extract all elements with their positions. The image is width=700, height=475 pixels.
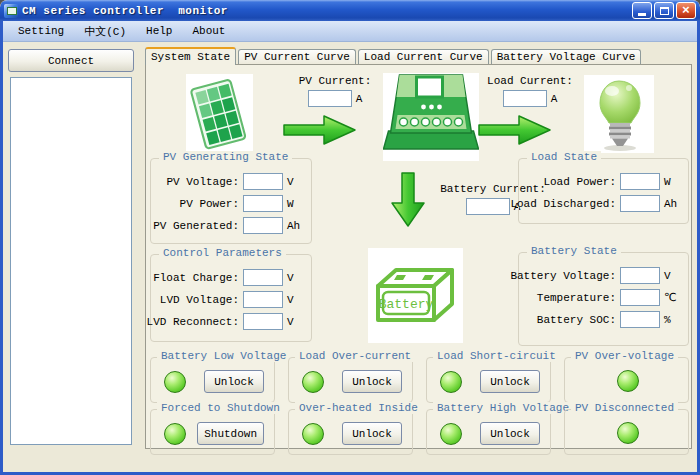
tab-pv-current-curve[interactable]: PV Current Curve: [238, 49, 356, 65]
tab-strip: System State PV Current Curve Load Curre…: [145, 47, 641, 65]
status-row-2: Forced to Shutdown Shutdown Over-heated …: [150, 409, 689, 455]
pv-generated-label: PV Generated:: [153, 220, 239, 232]
unlock-load-over-current-button[interactable]: Unlock: [342, 370, 402, 393]
menu-help[interactable]: Help: [137, 23, 181, 39]
shutdown-button[interactable]: Shutdown: [197, 422, 264, 445]
load-power-unit: W: [664, 176, 682, 188]
window-frame: Setting 中文(C) Help About Connect System …: [0, 21, 700, 475]
window-controls: ×: [632, 2, 696, 19]
app-icon: [4, 4, 18, 18]
connect-button[interactable]: Connect: [8, 49, 134, 72]
battery-current-field[interactable]: [466, 198, 510, 215]
float-charge-label: Float Charge:: [153, 272, 239, 284]
lvd-voltage-field[interactable]: [243, 291, 283, 308]
load-current-unit: A: [551, 93, 558, 105]
load-power-row: Load Power: W: [523, 173, 682, 190]
client-area: Connect System State PV Current Curve Lo…: [3, 43, 697, 451]
status-pv-over-voltage-title: PV Over-voltage: [571, 350, 678, 362]
load-current-label: Load Current:: [487, 75, 573, 87]
load-state-title: Load State: [527, 151, 601, 163]
system-state-panel: PV Current: A: [145, 64, 692, 449]
battery-icon-label: Battery: [379, 297, 434, 312]
controller-icon: [383, 73, 479, 161]
lvd-reconnect-field[interactable]: [243, 313, 283, 330]
pv-current-unit: A: [356, 93, 363, 105]
float-charge-field[interactable]: [243, 269, 283, 286]
maximize-icon: [660, 7, 669, 15]
tab-load-current-curve[interactable]: Load Current Curve: [358, 49, 489, 65]
pv-generating-state-title: PV Generating State: [159, 151, 292, 163]
lvd-reconnect-row: LVD Reconnect: V: [155, 313, 305, 330]
unlock-battery-high-voltage-button[interactable]: Unlock: [480, 422, 540, 445]
battery-voltage-label: Battery Voltage:: [510, 270, 616, 282]
pv-power-label: PV Power:: [180, 198, 239, 210]
float-charge-row: Float Charge: V: [155, 269, 305, 286]
status-over-heated-inside: Over-heated Inside Unlock: [288, 409, 413, 455]
status-over-heated-inside-title: Over-heated Inside: [295, 402, 422, 414]
load-current-field[interactable]: [503, 90, 547, 107]
unlock-over-heated-button[interactable]: Unlock: [342, 422, 402, 445]
lvd-voltage-unit: V: [287, 294, 305, 306]
arrow-right-pv-icon: [282, 112, 358, 148]
battery-soc-field[interactable]: [620, 311, 660, 328]
battery-soc-row: Battery SOC: %: [523, 311, 682, 328]
pv-current-field[interactable]: [308, 90, 352, 107]
status-row-1: Battery Low Voltage Unlock Load Over-cur…: [150, 357, 689, 403]
battery-icon: Battery: [368, 248, 463, 343]
unlock-battery-low-voltage-button[interactable]: Unlock: [204, 370, 264, 393]
battery-soc-label: Battery SOC:: [537, 314, 616, 326]
control-parameters-title: Control Parameters: [159, 247, 286, 259]
status-battery-low-voltage: Battery Low Voltage Unlock: [150, 357, 275, 403]
status-load-short-circuit-title: Load Short-circuit: [433, 350, 560, 362]
pv-voltage-label: PV Voltage:: [166, 176, 239, 188]
pv-current-label: PV Current:: [299, 75, 372, 87]
menu-language[interactable]: 中文(C): [75, 22, 135, 41]
temperature-row: Temperature: ℃: [523, 289, 682, 306]
lvd-reconnect-unit: V: [287, 316, 305, 328]
load-discharged-unit: Ah: [664, 198, 682, 210]
pv-generated-field[interactable]: [243, 217, 283, 234]
status-battery-low-voltage-title: Battery Low Voltage: [157, 350, 290, 362]
menu-about[interactable]: About: [183, 23, 234, 39]
lvd-voltage-row: LVD Voltage: V: [155, 291, 305, 308]
titlebar[interactable]: CM series controller monitor ×: [0, 0, 700, 21]
window-title: CM series controller monitor: [22, 5, 228, 17]
menu-setting[interactable]: Setting: [9, 23, 73, 39]
pv-power-field[interactable]: [243, 195, 283, 212]
load-current-block: Load Current: A: [474, 75, 586, 107]
pv-voltage-field[interactable]: [243, 173, 283, 190]
status-load-short-circuit: Load Short-circuit Unlock: [426, 357, 551, 403]
load-discharged-field[interactable]: [620, 195, 660, 212]
float-charge-unit: V: [287, 272, 305, 284]
led-indicator: [164, 371, 186, 393]
unlock-load-short-circuit-button[interactable]: Unlock: [480, 370, 540, 393]
battery-voltage-field[interactable]: [620, 267, 660, 284]
app-window: CM series controller monitor × Setting 中…: [0, 0, 700, 475]
led-indicator: [440, 371, 462, 393]
temperature-field[interactable]: [620, 289, 660, 306]
led-indicator: [164, 423, 186, 445]
menu-bar: Setting 中文(C) Help About: [3, 21, 697, 42]
tab-battery-voltage-curve[interactable]: Battery Voltage Curve: [491, 49, 642, 65]
tab-system-state[interactable]: System State: [145, 47, 236, 65]
load-power-field[interactable]: [620, 173, 660, 190]
load-state-group: Load State Load Power: W Load Discharged…: [518, 158, 689, 224]
pv-generating-state-group: PV Generating State PV Voltage: V PV Pow…: [150, 158, 312, 244]
control-parameters-group: Control Parameters Float Charge: V LVD V…: [150, 254, 312, 342]
close-button[interactable]: ×: [676, 2, 696, 19]
battery-soc-unit: %: [664, 314, 682, 326]
pv-voltage-unit: V: [287, 176, 305, 188]
pv-voltage-row: PV Voltage: V: [155, 173, 305, 190]
pv-power-row: PV Power: W: [155, 195, 305, 212]
led-indicator: [617, 370, 639, 392]
maximize-button[interactable]: [654, 2, 674, 19]
device-listbox[interactable]: [10, 77, 132, 445]
temperature-unit: ℃: [664, 291, 682, 304]
status-battery-high-voltage: Battery High Voltage Unlock: [426, 409, 551, 455]
status-forced-to-shutdown-title: Forced to Shutdown: [157, 402, 284, 414]
arrow-right-load-icon: [477, 112, 553, 148]
status-battery-high-voltage-title: Battery High Voltage: [433, 402, 573, 414]
minimize-button[interactable]: [632, 2, 652, 19]
solar-panel-icon: [186, 74, 253, 156]
status-pv-disconnected: PV Disconnected: [564, 409, 689, 455]
